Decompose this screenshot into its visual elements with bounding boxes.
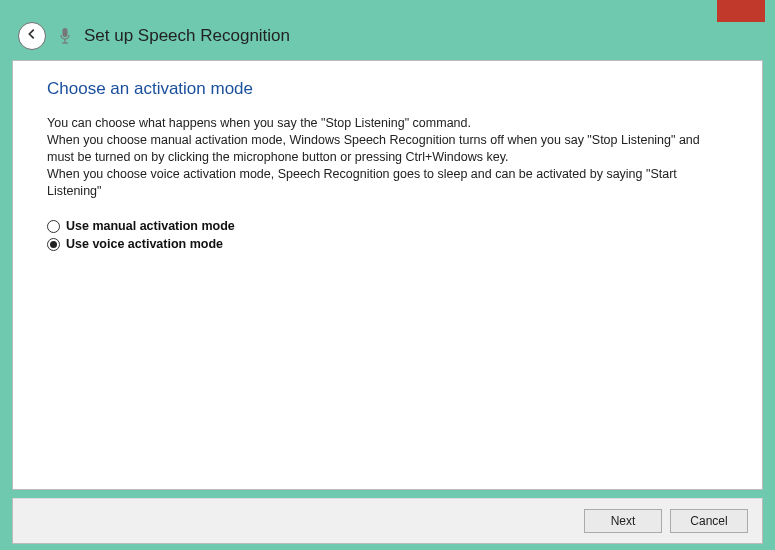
back-button[interactable] bbox=[18, 22, 46, 50]
radio-voice-activation[interactable]: Use voice activation mode bbox=[47, 237, 728, 251]
content-panel: Choose an activation mode You can choose… bbox=[12, 60, 763, 490]
wizard-title: Set up Speech Recognition bbox=[84, 26, 290, 46]
page-heading: Choose an activation mode bbox=[47, 79, 728, 99]
radio-label-voice: Use voice activation mode bbox=[66, 237, 223, 251]
back-arrow-icon bbox=[25, 27, 39, 45]
wizard-footer: Next Cancel bbox=[12, 498, 763, 544]
microphone-icon bbox=[58, 27, 72, 45]
wizard-header: Set up Speech Recognition bbox=[0, 0, 775, 60]
radio-label-manual: Use manual activation mode bbox=[66, 219, 235, 233]
close-button[interactable] bbox=[717, 0, 765, 22]
cancel-button[interactable]: Cancel bbox=[670, 509, 748, 533]
next-button[interactable]: Next bbox=[584, 509, 662, 533]
page-description: You can choose what happens when you say… bbox=[47, 115, 728, 199]
radio-manual-activation[interactable]: Use manual activation mode bbox=[47, 219, 728, 233]
radio-icon bbox=[47, 220, 60, 233]
activation-mode-group: Use manual activation mode Use voice act… bbox=[47, 219, 728, 251]
radio-icon bbox=[47, 238, 60, 251]
svg-rect-2 bbox=[63, 28, 68, 37]
